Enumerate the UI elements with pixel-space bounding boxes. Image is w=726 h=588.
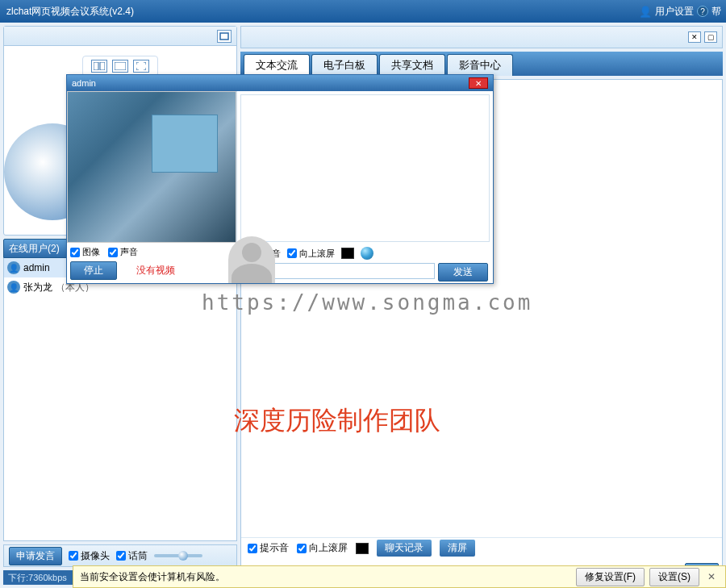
settings-button[interactable]: 设置(S) (649, 568, 699, 586)
split-view-icon[interactable] (91, 60, 107, 73)
video-window-title[interactable]: admin ✕ (67, 75, 493, 91)
tab-media-center[interactable]: 影音中心 (447, 54, 513, 76)
chat-history-button[interactable]: 聊天记录 (377, 540, 432, 557)
left-bottom-bar: 申请发言 摄像头 话筒 (3, 544, 237, 567)
stop-button[interactable]: 停止 (70, 261, 117, 280)
user-icon: 👤 (639, 6, 652, 18)
tab-text-chat[interactable]: 文本交流 (244, 54, 310, 76)
scroll-checkbox[interactable]: 向上滚屏 (297, 541, 348, 555)
avatar-icon: 👤 (7, 281, 20, 294)
camera-checkbox[interactable]: 摄像头 (69, 549, 110, 563)
security-warning-bar: 当前安全设置会使计算机有风险。 修复设置(F) 设置(S) ✕ (73, 565, 726, 588)
video-chat-window: admin ✕ 图像 声音 停止 没有视频 提示音 向上滚屏 (66, 74, 494, 284)
globe-icon[interactable] (361, 247, 373, 260)
video-title-text: admin (72, 78, 96, 88)
volume-slider[interactable] (154, 554, 202, 557)
user-settings-link[interactable]: 用户设置 (655, 5, 694, 19)
titlebar: zlchat网页视频会议系统(v2.4) 👤 用户设置 ? 帮 (0, 0, 726, 23)
close-icon[interactable]: ✕ (704, 571, 719, 582)
maximize-icon[interactable] (217, 30, 232, 43)
maximize-icon[interactable]: ▢ (704, 31, 717, 43)
tab-row: 文本交流 电子白板 共享文档 影音中心 (240, 52, 723, 76)
svg-rect-1 (94, 62, 98, 70)
user-name: admin (23, 262, 50, 273)
tab-share-doc[interactable]: 共享文档 (379, 54, 445, 76)
app-title: zlchat网页视频会议系统(v2.4) (6, 5, 134, 19)
watermark-text: https://www.songma.com (202, 290, 532, 315)
avatar-icon: 👤 (7, 261, 20, 274)
no-video-label: 没有视频 (136, 264, 175, 277)
svg-rect-2 (100, 62, 105, 70)
tone-checkbox[interactable]: 提示音 (248, 541, 289, 555)
fullscreen-icon[interactable] (133, 60, 149, 73)
help-icon[interactable]: ? (697, 6, 708, 17)
tab-whiteboard[interactable]: 电子白板 (311, 54, 378, 76)
security-msg: 当前安全设置会使计算机有风险。 (80, 570, 225, 584)
video-feed (67, 91, 236, 243)
mini-chat-area (240, 94, 490, 242)
mic-checkbox[interactable]: 话筒 (116, 549, 148, 563)
request-speak-button[interactable]: 申请发言 (9, 547, 62, 565)
close-icon[interactable]: ✕ (688, 31, 701, 43)
image-checkbox[interactable]: 图像 (70, 246, 100, 258)
color-swatch[interactable] (341, 248, 354, 259)
clear-button[interactable]: 清屏 (440, 540, 475, 557)
avatar-silhouette-icon (228, 236, 275, 283)
user-name: 张为龙 (23, 281, 52, 294)
titlebar-right: 👤 用户设置 ? 帮 (639, 5, 721, 19)
help-link[interactable]: 帮 (711, 5, 721, 19)
sound-checkbox[interactable]: 声音 (108, 246, 138, 258)
close-icon[interactable]: ✕ (469, 77, 488, 89)
single-view-icon[interactable] (112, 60, 128, 73)
svg-rect-3 (115, 62, 126, 70)
right-top-bar: ✕ ▢ (240, 26, 723, 48)
slider-handle-icon[interactable] (178, 551, 188, 561)
view-toolbar (4, 27, 236, 46)
red-overlay-text: 深度历险制作团队 (234, 403, 440, 439)
svg-rect-0 (220, 33, 228, 40)
online-users-panel: 在线用户(2) 👤 admin ⟲ ⟲ 👤 张为龙 （本人） (3, 239, 237, 541)
color-swatch[interactable] (356, 543, 369, 554)
fix-settings-button[interactable]: 修复设置(F) (576, 568, 645, 586)
scroll-checkbox[interactable]: 向上滚屏 (287, 248, 335, 260)
mini-send-button[interactable]: 发送 (438, 263, 488, 281)
chat-toolbar: 提示音 向上滚屏 聊天记录 清屏 (241, 537, 722, 558)
